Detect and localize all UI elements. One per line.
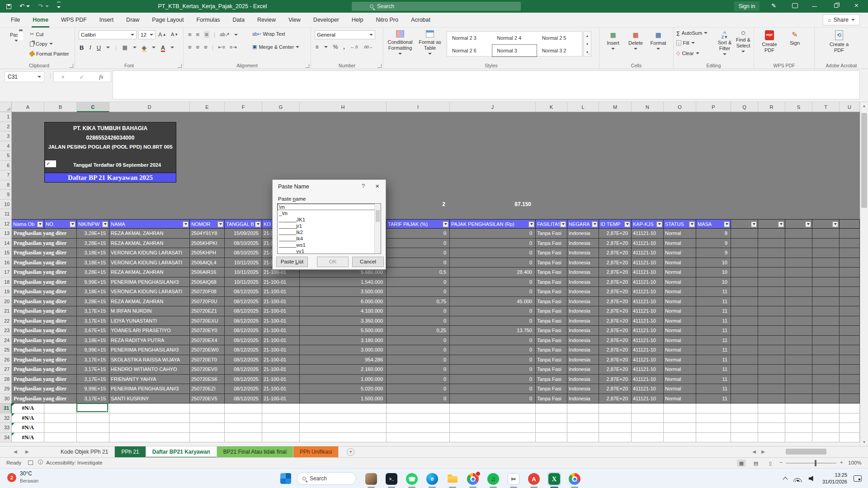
cell-L13[interactable]: Indonesia [567,229,599,239]
cell-D29[interactable]: PENERIMA PENGHASILAN#3 [109,384,190,394]
cell-G34[interactable] [262,433,300,443]
format-painter-button[interactable]: Format Painter [30,51,69,56]
cell-E16[interactable]: 2506AIQL4 [190,258,225,268]
row-header-3[interactable]: 3 [0,131,12,141]
cell-U13[interactable] [840,229,860,239]
cell-L34[interactable] [567,433,599,443]
cell-Q18[interactable] [731,277,758,287]
cell-B33[interactable] [44,423,77,433]
cell-U17[interactable] [840,267,860,277]
cell-I18[interactable]: 0 [387,277,450,287]
cell-I28[interactable]: 0 [387,375,450,385]
cell-T26[interactable] [812,355,840,365]
cell-A25[interactable]: Penghasilan yang diter [12,345,77,355]
header-cell-O12[interactable]: STATUS [664,219,696,229]
cell-J24[interactable]: 0 [450,336,536,346]
cell-F24[interactable]: 08/12/2025 [225,336,262,346]
align-middle-icon[interactable]: ≡ [196,31,200,38]
vertical-scrollbar[interactable]: ▲ ▼ [860,102,868,446]
cell-Q26[interactable] [731,355,758,365]
cell-E17[interactable]: 2506AIR16 [190,267,225,277]
cell-Q27[interactable] [731,365,758,375]
cell-R31[interactable] [758,404,785,413]
share-button[interactable]: ⌂Share [823,14,860,25]
cell-F19[interactable]: 08/12/2025 [225,287,262,297]
cell-S14[interactable] [785,239,812,249]
cell-D31[interactable] [109,404,190,413]
cell-T27[interactable] [812,365,840,375]
percent-style-icon[interactable]: % [333,44,338,50]
ribbon-tab-page-layout[interactable]: Page Layout [146,13,190,28]
cell-K25[interactable]: Tanpa Fasi [536,345,567,355]
paste-name-item-6[interactable]: ______ws1 [278,242,381,248]
cell-G30[interactable]: 21-100-01 [262,394,300,404]
cell-R23[interactable] [758,326,785,336]
cell-I16[interactable]: 0 [387,258,450,268]
cell-S33[interactable] [785,423,812,433]
cell-L24[interactable]: Indonesia [567,336,599,346]
cell-R28[interactable] [758,375,785,385]
cell-U15[interactable] [840,248,860,258]
cell-M13[interactable]: 2,87E+20 [599,229,632,239]
cell-K34[interactable] [536,433,567,443]
cell-Q14[interactable] [731,239,758,249]
cell-J30[interactable]: 0 [450,394,536,404]
cell-M27[interactable]: 2,87E+20 [599,365,632,375]
cell-H21[interactable]: 4.100.000 [300,306,387,316]
cell-O20[interactable]: Normal [664,297,696,307]
header-cell-Q12[interactable] [731,219,758,229]
ribbon-tab-help[interactable]: Help [345,13,370,28]
cell-E33[interactable] [190,423,225,433]
filter-button-O12[interactable] [689,221,695,227]
column-header-U[interactable]: U [840,102,860,112]
merge-center-button[interactable]: ▣Merge & Center [252,44,299,50]
cell-H32[interactable] [300,413,387,423]
selected-cell-C31[interactable] [76,403,108,412]
cell-A23[interactable]: Penghasilan yang diter [12,326,77,336]
cell-D26[interactable]: SKOLASTIKA RAISSA WIJAYA [109,355,190,365]
cell-E22[interactable]: 250720EXU [190,316,225,326]
cell-F34[interactable] [225,433,262,443]
cell-K14[interactable]: Tanpa Fasi [536,239,567,249]
cell-U32[interactable] [840,413,860,423]
scroll-down-icon[interactable]: ▼ [860,440,868,444]
filter-button-N12[interactable] [656,221,662,227]
ribbon-tab-developer[interactable]: Developer [307,13,345,28]
cell-Q31[interactable] [731,404,758,413]
nitro-pdf-icon[interactable]: A [527,472,541,486]
paste-name-item-2[interactable]: ______JK1 [278,216,381,223]
sort-filter-button[interactable]: AZ▼ Sort & Filter [715,30,734,56]
row-header-12[interactable]: 12 [0,219,12,229]
cell-L19[interactable]: Indonesia [567,287,599,297]
cell-M18[interactable]: 2,87E+20 [599,277,632,287]
horizontal-scrollbar[interactable] [765,448,860,455]
cell-A20[interactable]: Penghasilan yang diter [12,297,77,307]
cell-C17[interactable]: 3,28E+15 [77,267,109,277]
cell-Q17[interactable] [731,267,758,277]
cell-A19[interactable]: Penghasilan yang diter [12,287,77,297]
quick-access-customize-icon[interactable] [57,2,61,11]
cell-M29[interactable]: 2,87E+20 [599,384,632,394]
cell-I29[interactable]: 0 [387,384,450,394]
cell-U31[interactable] [840,404,860,413]
cell-C15[interactable]: 3,18E+15 [77,248,109,258]
align-top-icon[interactable]: ≡ [188,31,192,38]
cell-M26[interactable]: 2,87E+20 [599,355,632,365]
cell-N20[interactable]: 411121-10 [632,297,664,307]
column-header-N[interactable]: N [632,102,664,112]
cell-Q28[interactable] [731,375,758,385]
row-header-11[interactable]: 11 [0,209,12,219]
hscroll-right-icon[interactable]: ▶ [761,449,765,454]
cell-C19[interactable]: 3,18E+15 [77,287,109,297]
cell-M32[interactable] [599,413,632,423]
cell-R29[interactable] [758,384,785,394]
row-header-8[interactable]: 8 [0,180,12,190]
cell-M34[interactable] [599,433,632,443]
cell-I27[interactable]: 0 [387,365,450,375]
cell-C23[interactable]: 3,67E+15 [77,326,109,336]
cell-S21[interactable] [785,306,812,316]
cell-G21[interactable]: 21-100-01 [262,306,300,316]
cell-H33[interactable] [300,423,387,433]
cell-D13[interactable]: REZA AKMAL ZAHRAN [109,229,190,239]
header-cell-J12[interactable]: PAJAK PENGHASILAN (Rp) [450,219,536,229]
